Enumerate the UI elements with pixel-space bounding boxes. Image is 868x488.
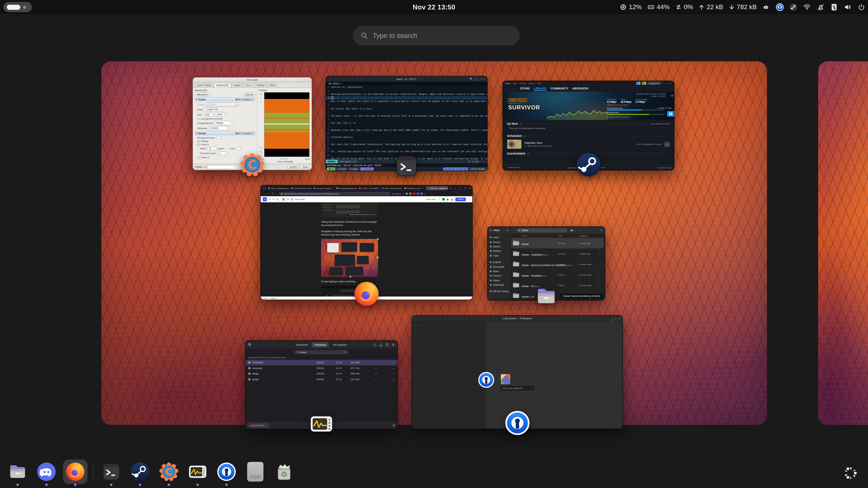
menu-button[interactable]: ⌄ xyxy=(373,343,377,347)
column-header[interactable]: Disk Read xyxy=(267,357,277,359)
process-row[interactable]: bwrap 254015 0.0 % 405.5 kB — — xyxy=(245,371,397,377)
browser-tab[interactable]: Google Translate× xyxy=(312,186,334,190)
dock-item-terminal[interactable] xyxy=(99,460,123,484)
big-picture-icon[interactable]: 🖵 xyxy=(662,82,664,84)
menu-kebab-icon[interactable]: ⋮ xyxy=(579,229,581,232)
column-header[interactable]: Size xyxy=(559,235,580,237)
background-color-swatch[interactable] xyxy=(216,136,221,139)
url-bar[interactable]: enemyhideout.com/wp-admin/post.php?post=… xyxy=(279,192,391,196)
pause-download-button[interactable] xyxy=(667,111,674,117)
bluetooth-icon[interactable] xyxy=(830,3,838,11)
back-button[interactable]: ← xyxy=(506,87,509,90)
resample-select[interactable]: Lanczos▾ xyxy=(209,126,230,130)
add-action-button[interactable]: Add action> xyxy=(195,93,211,96)
xnconvert-tab[interactable]: Status xyxy=(243,83,254,87)
steam-nav-item[interactable]: UBERGEEK xyxy=(572,87,589,90)
browser-tab[interactable]: 22-28 February 2026× xyxy=(290,186,312,190)
scheduled-download-row[interactable]: Daymare Town 2.1 MB UPDATE ON LAUNCH SAT… xyxy=(507,139,670,149)
resize-enabled-checkbox[interactable] xyxy=(252,98,254,100)
steam-menu-item[interactable]: Friends xyxy=(519,82,526,84)
forward-button[interactable]: → xyxy=(513,87,516,90)
view-toggle-icon[interactable]: ▦ ⌄ xyxy=(571,229,575,232)
play-icon[interactable]: ▶ xyxy=(447,198,449,201)
steam-menu-item[interactable]: View xyxy=(513,82,517,84)
embedded-overview-screenshot[interactable] xyxy=(321,239,378,277)
gamma-checkbox[interactable] xyxy=(197,118,199,120)
master-password-input[interactable]: Enter your password → xyxy=(500,386,534,390)
column-header[interactable]: Modified xyxy=(580,235,605,237)
reload-button[interactable]: ⟳ xyxy=(272,192,274,195)
frame-color-swatch[interactable] xyxy=(236,147,241,150)
file-row[interactable]: Zanias - CataclysmZanias/ 11 items 4 wee… xyxy=(511,248,604,259)
post-paragraph[interactable]: Navigation is easy by pressing the 'meta… xyxy=(321,230,378,236)
workspace-2-preview[interactable] xyxy=(818,61,868,425)
browser-tab[interactable]: (1 301) - FreshRSS× xyxy=(358,186,380,190)
steam-nav-item[interactable]: COMMUNITY xyxy=(550,87,568,90)
star-icon[interactable]: ☆ xyxy=(598,284,604,287)
steam-menu-item[interactable]: Help xyxy=(537,82,541,84)
settings-panel-icon[interactable]: ▤ xyxy=(451,198,453,201)
extension-icon[interactable] xyxy=(409,192,412,195)
undo-icon[interactable]: ↶ xyxy=(269,198,271,201)
dock-item-firefox[interactable] xyxy=(63,460,87,484)
xnconvert-tab[interactable]: About xyxy=(267,83,278,87)
files-app-icon[interactable] xyxy=(535,285,557,307)
firefox-view-button[interactable] xyxy=(262,186,266,190)
steam-user-area[interactable]: ubergeek▾ 🖵 — ▢ ✕ xyxy=(636,82,672,85)
sidebar-item[interactable]: Music xyxy=(488,269,510,273)
power-icon[interactable] xyxy=(857,3,865,11)
browser-tab[interactable]: Music | Dark Chisme× xyxy=(380,186,402,190)
maximize-button[interactable]: ▢ xyxy=(385,343,389,347)
xnconvert-titlebar[interactable]: XnConvert ▁▢✕ xyxy=(193,78,312,82)
workspace-indicator[interactable] xyxy=(3,2,32,12)
add-game-button[interactable]: ＋ Add a Game xyxy=(506,166,520,169)
frame1-checkbox[interactable] xyxy=(197,144,199,146)
process-columns[interactable]: NameIDCPUMemoryDisk ReadDisk Write xyxy=(245,355,397,360)
window-firefox[interactable]: Inbox | chris@enemyh×22-28 February 2026… xyxy=(260,185,473,300)
search-toggle-button[interactable]: 🔍 xyxy=(248,343,252,347)
dock-item-ssd-drive[interactable]: SSD xyxy=(243,460,268,484)
steam-app-icon[interactable] xyxy=(576,152,601,177)
star-icon[interactable]: ☆ xyxy=(598,263,604,266)
file-row[interactable]: Zanias - ChrysalisZanias/ 9 items 9 mont… xyxy=(511,269,604,280)
sidebar-item[interactable]: 999 GB Volume xyxy=(488,289,510,293)
convert-button[interactable]: Convert xyxy=(287,165,299,169)
star-icon[interactable]: ☆ xyxy=(598,242,604,245)
friends-chat-button[interactable]: Friends & Chat xyxy=(657,166,671,169)
unlock-arrow-button[interactable]: → xyxy=(530,387,532,389)
process-row[interactable]: XnConvert 254019 0.0 % 91.0 MB — — xyxy=(245,360,397,366)
extension-icon[interactable] xyxy=(413,192,415,195)
browser-tab[interactable]: Add Post ‹ ENEMY HI× xyxy=(426,186,448,190)
xnconvert-tab[interactable]: Actions [2/2] xyxy=(214,83,231,87)
dock-item-discord[interactable] xyxy=(34,460,59,484)
preview-toolbar[interactable]: ▣▸✕🔍🔍⤢ xyxy=(259,92,263,157)
list-view-icon[interactable]: ☰ xyxy=(276,198,279,201)
wifi-icon[interactable] xyxy=(803,3,811,11)
steam-nav-item[interactable]: LIBRARY xyxy=(534,87,547,90)
preview-nav-buttons[interactable]: ⏮ ◂ ▸ ⏭ xyxy=(280,158,288,160)
extension-icon[interactable] xyxy=(406,192,408,195)
close-button[interactable]: Close xyxy=(300,165,310,169)
redo-icon[interactable]: ↷ xyxy=(272,198,274,201)
window-controls[interactable]: —▢✕ xyxy=(459,187,471,190)
terminal-titlebar[interactable]: bash in chill 🔍≡▁▢✕ xyxy=(326,76,487,82)
show-apps-button[interactable] xyxy=(842,464,859,482)
resources-tab[interactable]: Resources xyxy=(293,342,310,347)
window-controls[interactable]: — ▢ ✕ xyxy=(666,82,672,84)
sidebar-item[interactable]: Recent xyxy=(488,240,510,244)
clear-search-icon[interactable]: ⊗ xyxy=(344,351,346,353)
account-avatar[interactable] xyxy=(501,374,510,384)
link-icon[interactable]: ⛓ xyxy=(291,198,293,201)
xnconvert-tab[interactable]: Output xyxy=(231,83,243,87)
tmux-session[interactable]: B9:0 xyxy=(327,167,335,170)
process-search-input[interactable]: xncon ⊗ xyxy=(294,350,349,354)
process-row[interactable]: bwrap 253906 0.0 % 104.3 kB — — xyxy=(245,377,397,383)
window-xnconvert[interactable]: XnConvert ▁▢✕ Input: 71 file(s)Actions [… xyxy=(193,77,312,170)
downloads-icon[interactable]: ⭳ xyxy=(402,193,404,195)
browser-tab[interactable]: Inbox | chris@enemyh× xyxy=(267,186,289,190)
close-tab-icon[interactable]: × xyxy=(332,187,333,189)
star-icon[interactable]: ☆ xyxy=(598,273,604,276)
file-row[interactable]: Zanias - Ashes (Fundraiser for Palestine… xyxy=(511,259,604,269)
resize-section-header[interactable]: ▾Resize Enabled xyxy=(195,97,255,101)
friend-avatar[interactable] xyxy=(636,82,640,85)
